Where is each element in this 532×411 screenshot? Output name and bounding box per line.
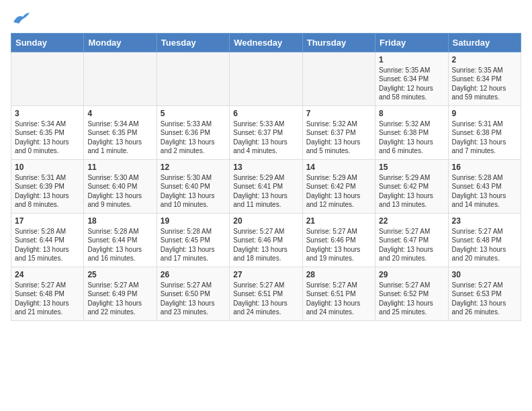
weekday-header-sunday: Sunday (11, 33, 84, 52)
day-info: Sunrise: 5:27 AM Sunset: 6:51 PM Dayligh… (233, 281, 298, 317)
calendar-week-4: 17Sunrise: 5:28 AM Sunset: 6:44 PM Dayli… (11, 213, 521, 267)
page-container: SundayMondayTuesdayWednesdayThursdayFrid… (0, 0, 532, 332)
calendar-cell-1-2 (84, 52, 157, 105)
logo-bird-icon (12, 11, 30, 25)
day-number: 5 (161, 109, 226, 118)
calendar-cell-4-6: 22Sunrise: 5:27 AM Sunset: 6:47 PM Dayli… (375, 213, 448, 267)
calendar-cell-4-7: 23Sunrise: 5:27 AM Sunset: 6:48 PM Dayli… (448, 213, 521, 267)
day-number: 22 (379, 216, 444, 226)
weekday-header-monday: Monday (84, 33, 157, 52)
day-info: Sunrise: 5:29 AM Sunset: 6:42 PM Dayligh… (379, 173, 444, 210)
calendar-week-5: 24Sunrise: 5:27 AM Sunset: 6:48 PM Dayli… (11, 267, 521, 320)
day-number: 25 (87, 270, 152, 279)
calendar-table: SundayMondayTuesdayWednesdayThursdayFrid… (11, 33, 521, 321)
weekday-header-tuesday: Tuesday (157, 33, 229, 52)
calendar-cell-2-2: 4Sunrise: 5:34 AM Sunset: 6:35 PM Daylig… (84, 105, 157, 159)
calendar-cell-2-6: 8Sunrise: 5:32 AM Sunset: 6:38 PM Daylig… (375, 105, 448, 159)
calendar-cell-2-5: 7Sunrise: 5:32 AM Sunset: 6:37 PM Daylig… (302, 105, 375, 159)
day-number: 29 (379, 270, 444, 279)
calendar-cell-5-1: 24Sunrise: 5:27 AM Sunset: 6:48 PM Dayli… (11, 267, 84, 320)
calendar-cell-5-6: 29Sunrise: 5:27 AM Sunset: 6:52 PM Dayli… (375, 267, 448, 320)
day-info: Sunrise: 5:29 AM Sunset: 6:41 PM Dayligh… (233, 173, 298, 210)
calendar-cell-3-2: 11Sunrise: 5:30 AM Sunset: 6:40 PM Dayli… (84, 159, 157, 213)
day-number: 27 (233, 270, 298, 279)
calendar-cell-4-2: 18Sunrise: 5:28 AM Sunset: 6:44 PM Dayli… (84, 213, 157, 267)
weekday-header-wednesday: Wednesday (230, 33, 302, 52)
day-number: 28 (306, 270, 371, 279)
calendar-cell-3-5: 14Sunrise: 5:29 AM Sunset: 6:42 PM Dayli… (302, 159, 375, 213)
day-number: 3 (15, 109, 80, 118)
day-number: 17 (15, 216, 80, 226)
calendar-cell-4-5: 21Sunrise: 5:27 AM Sunset: 6:46 PM Dayli… (302, 213, 375, 267)
calendar-cell-2-1: 3Sunrise: 5:34 AM Sunset: 6:35 PM Daylig… (11, 105, 84, 159)
day-info: Sunrise: 5:27 AM Sunset: 6:46 PM Dayligh… (306, 227, 371, 263)
day-number: 9 (452, 109, 517, 118)
day-info: Sunrise: 5:28 AM Sunset: 6:44 PM Dayligh… (15, 227, 80, 263)
day-number: 13 (233, 163, 298, 172)
day-info: Sunrise: 5:27 AM Sunset: 6:48 PM Dayligh… (15, 281, 80, 317)
calendar-cell-5-7: 30Sunrise: 5:27 AM Sunset: 6:53 PM Dayli… (448, 267, 521, 320)
calendar-week-1: 1Sunrise: 5:35 AM Sunset: 6:34 PM Daylig… (11, 52, 521, 105)
day-number: 16 (452, 163, 517, 172)
calendar-week-2: 3Sunrise: 5:34 AM Sunset: 6:35 PM Daylig… (11, 105, 521, 159)
day-info: Sunrise: 5:27 AM Sunset: 6:48 PM Dayligh… (452, 227, 517, 263)
day-number: 15 (379, 163, 444, 172)
day-info: Sunrise: 5:27 AM Sunset: 6:47 PM Dayligh… (379, 227, 444, 263)
day-info: Sunrise: 5:27 AM Sunset: 6:46 PM Dayligh… (233, 227, 298, 263)
day-info: Sunrise: 5:34 AM Sunset: 6:35 PM Dayligh… (87, 120, 152, 156)
day-number: 2 (452, 55, 517, 64)
day-info: Sunrise: 5:32 AM Sunset: 6:38 PM Dayligh… (379, 120, 444, 156)
calendar-cell-5-4: 27Sunrise: 5:27 AM Sunset: 6:51 PM Dayli… (230, 267, 302, 320)
day-info: Sunrise: 5:27 AM Sunset: 6:51 PM Dayligh… (306, 281, 371, 317)
calendar-cell-3-1: 10Sunrise: 5:31 AM Sunset: 6:39 PM Dayli… (11, 159, 84, 213)
calendar-cell-3-3: 12Sunrise: 5:30 AM Sunset: 6:40 PM Dayli… (157, 159, 229, 213)
day-info: Sunrise: 5:28 AM Sunset: 6:45 PM Dayligh… (161, 227, 226, 263)
calendar-cell-4-1: 17Sunrise: 5:28 AM Sunset: 6:44 PM Dayli… (11, 213, 84, 267)
calendar-cell-2-3: 5Sunrise: 5:33 AM Sunset: 6:36 PM Daylig… (157, 105, 229, 159)
day-info: Sunrise: 5:33 AM Sunset: 6:36 PM Dayligh… (161, 120, 226, 156)
day-info: Sunrise: 5:31 AM Sunset: 6:39 PM Dayligh… (15, 173, 80, 210)
calendar-cell-5-5: 28Sunrise: 5:27 AM Sunset: 6:51 PM Dayli… (302, 267, 375, 320)
day-info: Sunrise: 5:28 AM Sunset: 6:43 PM Dayligh… (452, 173, 517, 210)
day-info: Sunrise: 5:31 AM Sunset: 6:38 PM Dayligh… (452, 120, 517, 156)
calendar-cell-1-1 (11, 52, 84, 105)
calendar-cell-5-2: 25Sunrise: 5:27 AM Sunset: 6:49 PM Dayli… (84, 267, 157, 320)
calendar-cell-4-4: 20Sunrise: 5:27 AM Sunset: 6:46 PM Dayli… (230, 213, 302, 267)
day-info: Sunrise: 5:30 AM Sunset: 6:40 PM Dayligh… (161, 173, 226, 210)
day-info: Sunrise: 5:30 AM Sunset: 6:40 PM Dayligh… (87, 173, 152, 210)
day-info: Sunrise: 5:27 AM Sunset: 6:50 PM Dayligh… (161, 281, 226, 317)
day-number: 26 (161, 270, 226, 279)
day-number: 10 (15, 163, 80, 172)
day-info: Sunrise: 5:28 AM Sunset: 6:44 PM Dayligh… (87, 227, 152, 263)
calendar-cell-4-3: 19Sunrise: 5:28 AM Sunset: 6:45 PM Dayli… (157, 213, 229, 267)
day-info: Sunrise: 5:35 AM Sunset: 6:34 PM Dayligh… (379, 66, 444, 102)
day-number: 7 (306, 109, 371, 118)
calendar-cell-3-6: 15Sunrise: 5:29 AM Sunset: 6:42 PM Dayli… (375, 159, 448, 213)
logo (11, 11, 31, 25)
header (11, 11, 521, 25)
calendar-cell-3-4: 13Sunrise: 5:29 AM Sunset: 6:41 PM Dayli… (230, 159, 302, 213)
calendar-cell-1-7: 2Sunrise: 5:35 AM Sunset: 6:34 PM Daylig… (448, 52, 521, 105)
weekday-header-row: SundayMondayTuesdayWednesdayThursdayFrid… (11, 33, 521, 52)
calendar-cell-2-4: 6Sunrise: 5:33 AM Sunset: 6:37 PM Daylig… (230, 105, 302, 159)
calendar-cell-1-6: 1Sunrise: 5:35 AM Sunset: 6:34 PM Daylig… (375, 52, 448, 105)
day-info: Sunrise: 5:29 AM Sunset: 6:42 PM Dayligh… (306, 173, 371, 210)
day-info: Sunrise: 5:35 AM Sunset: 6:34 PM Dayligh… (452, 66, 517, 102)
day-number: 30 (452, 270, 517, 279)
day-info: Sunrise: 5:33 AM Sunset: 6:37 PM Dayligh… (233, 120, 298, 156)
calendar-cell-1-3 (157, 52, 229, 105)
weekday-header-saturday: Saturday (448, 33, 521, 52)
day-number: 14 (306, 163, 371, 172)
weekday-header-friday: Friday (375, 33, 448, 52)
calendar-cell-5-3: 26Sunrise: 5:27 AM Sunset: 6:50 PM Dayli… (157, 267, 229, 320)
day-info: Sunrise: 5:34 AM Sunset: 6:35 PM Dayligh… (15, 120, 80, 156)
weekday-header-thursday: Thursday (302, 33, 375, 52)
day-number: 19 (161, 216, 226, 226)
calendar-cell-2-7: 9Sunrise: 5:31 AM Sunset: 6:38 PM Daylig… (448, 105, 521, 159)
day-number: 18 (87, 216, 152, 226)
day-info: Sunrise: 5:27 AM Sunset: 6:53 PM Dayligh… (452, 281, 517, 317)
day-number: 11 (87, 163, 152, 172)
day-number: 20 (233, 216, 298, 226)
day-number: 1 (379, 55, 444, 64)
day-number: 8 (379, 109, 444, 118)
